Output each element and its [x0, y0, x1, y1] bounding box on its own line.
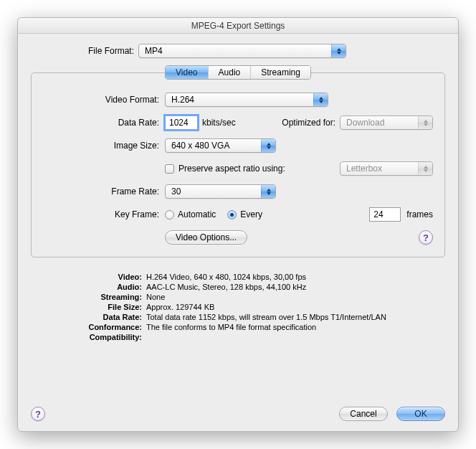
- chevrons-icon: [418, 162, 432, 175]
- chevrons-icon: [313, 93, 328, 106]
- key-frame-value-input[interactable]: [369, 207, 401, 222]
- key-frame-unit: frames: [406, 209, 433, 219]
- optimized-for-value: Download: [346, 118, 384, 128]
- tab-bar: Video Audio Streaming: [165, 65, 311, 80]
- radio-icon: [165, 210, 174, 219]
- frame-rate-label: Frame Rate:: [43, 186, 165, 197]
- tab-streaming[interactable]: Streaming: [251, 66, 310, 79]
- tab-audio[interactable]: Audio: [209, 66, 252, 79]
- key-frame-automatic-radio[interactable]: Automatic: [165, 209, 216, 219]
- image-size-select[interactable]: 640 x 480 VGA: [165, 138, 276, 153]
- key-frame-automatic-label: Automatic: [178, 209, 216, 219]
- video-pane: Video Format: H.264 Data Rate: kbits/sec…: [31, 72, 445, 257]
- optimized-for-select[interactable]: Download: [340, 115, 433, 130]
- ok-button[interactable]: OK: [396, 407, 445, 421]
- video-format-value: H.264: [171, 95, 194, 105]
- checkbox-icon: [165, 164, 174, 174]
- image-size-label: Image Size:: [43, 141, 165, 151]
- summary-audio-value: AAC-LC Music, Stereo, 128 kbps, 44,100 k…: [146, 282, 434, 292]
- summary-conformance-value: The file conforms to MP4 file format spe…: [146, 322, 434, 332]
- key-frame-every-label: Every: [240, 209, 262, 219]
- data-rate-unit: kbits/sec: [202, 118, 236, 128]
- preserve-aspect-label: Preserve aspect ratio using:: [178, 164, 285, 174]
- summary-streaming-key: Streaming:: [42, 292, 146, 302]
- summary-video-key: Video:: [42, 272, 146, 282]
- summary-audio-key: Audio:: [42, 282, 146, 292]
- video-format-label: Video Format:: [43, 95, 165, 105]
- export-settings-sheet: MPEG-4 Export Settings File Format: MP4 …: [17, 17, 459, 432]
- summary-compat-key: Compatibility:: [42, 332, 146, 342]
- optimized-for-label: Optimized for:: [282, 118, 340, 128]
- summary-datarate-value: Total data rate 1152 kbps, will stream o…: [146, 312, 434, 322]
- file-format-value: MP4: [145, 46, 163, 56]
- chevrons-icon: [331, 44, 346, 57]
- chevrons-icon: [418, 116, 432, 129]
- video-options-button[interactable]: Video Options...: [165, 230, 247, 245]
- video-format-select[interactable]: H.264: [165, 93, 328, 107]
- help-icon[interactable]: ?: [419, 230, 433, 245]
- radio-icon: [227, 210, 237, 219]
- summary-datarate-key: Data Rate:: [42, 312, 146, 322]
- key-frame-every-radio[interactable]: Every: [227, 209, 262, 219]
- help-icon[interactable]: ?: [31, 407, 45, 421]
- preserve-mode-select[interactable]: Letterbox: [340, 161, 433, 176]
- preserve-mode-value: Letterbox: [346, 164, 382, 174]
- preserve-aspect-checkbox[interactable]: Preserve aspect ratio using:: [165, 164, 285, 174]
- file-format-select[interactable]: MP4: [138, 44, 346, 58]
- frame-rate-select[interactable]: 30: [165, 184, 276, 199]
- frame-rate-value: 30: [171, 186, 181, 197]
- chevrons-icon: [261, 139, 275, 152]
- summary-streaming-value: None: [146, 292, 434, 302]
- summary-filesize-key: File Size:: [42, 302, 146, 312]
- image-size-value: 640 x 480 VGA: [171, 141, 229, 151]
- summary-filesize-value: Approx. 129744 KB: [146, 302, 434, 312]
- tab-video[interactable]: Video: [166, 66, 208, 79]
- data-rate-label: Data Rate:: [43, 118, 165, 128]
- data-rate-input[interactable]: [165, 115, 198, 130]
- summary-video-value: H.264 Video, 640 x 480, 1024 kbps, 30,00…: [146, 272, 434, 282]
- summary-conformance-key: Conformance:: [42, 322, 146, 332]
- chevrons-icon: [261, 185, 275, 198]
- cancel-button[interactable]: Cancel: [339, 407, 388, 421]
- file-format-label: File Format:: [31, 46, 138, 56]
- summary-compat-value: [146, 332, 434, 342]
- export-summary: Video:H.264 Video, 640 x 480, 1024 kbps,…: [31, 272, 445, 342]
- window-title: MPEG-4 Export Settings: [18, 18, 458, 34]
- key-frame-label: Key Frame:: [43, 209, 165, 219]
